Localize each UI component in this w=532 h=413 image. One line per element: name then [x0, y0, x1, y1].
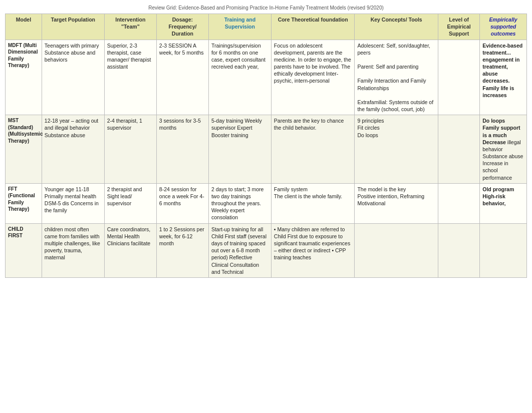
- header-intervention: Intervention "Team": [104, 14, 156, 40]
- cell-training: Start-up training for all Child First st…: [208, 223, 271, 277]
- cell-intervention: 2-4 therapist, 1 supervisor: [104, 115, 156, 184]
- cell-target: Younger age 11-18 Primally mental health…: [42, 183, 104, 223]
- cell-dosage: 8-24 session for once a week For 4-6 mon…: [156, 183, 208, 223]
- cell-target: Teenagers with primary Substance abuse a…: [42, 40, 104, 115]
- main-table: Model Target Population Intervention "Te…: [5, 14, 527, 278]
- cell-core: Parents are the key to chance the child …: [271, 115, 355, 184]
- cell-training: Trainings/supervision for 6 months on on…: [208, 40, 271, 115]
- cell-level: [438, 40, 479, 115]
- cell-dosage: 1 to 2 Sessions per week, for 6-12 month: [156, 223, 208, 277]
- cell-level: [438, 223, 479, 277]
- cell-core: Family systemThe client is the whole fam…: [271, 183, 355, 223]
- header-training: Training and Supervision: [208, 14, 271, 40]
- cell-empirical: Old programHigh-risk behavior,: [480, 183, 527, 223]
- cell-empirical: Do loopsFamily support is a muchDecrease…: [480, 115, 527, 184]
- header-core: Core Theoretical foundation: [271, 14, 355, 40]
- review-title: Review Grid: Evidence-Based and Promisin…: [5, 5, 527, 11]
- cell-training: 2 days to start; 3 more two day training…: [208, 183, 271, 223]
- cell-level: [438, 183, 479, 223]
- cell-key: 9 principlesFit circlesDo loops: [355, 115, 438, 184]
- cell-intervention: Care coordinators, Mental Health Clinici…: [104, 223, 156, 277]
- cell-empirical: [480, 223, 527, 277]
- cell-key: [355, 223, 438, 277]
- cell-target: children most often came from families w…: [42, 223, 104, 277]
- cell-intervention: 2 therapist and Sight lead/ supervisor: [104, 183, 156, 223]
- cell-dosage: 2-3 SESSION A week, for 5 months: [156, 40, 208, 115]
- cell-model: MST (Standard) (Multisystemic Therapy): [6, 115, 42, 184]
- header-target: Target Population: [42, 14, 104, 40]
- cell-model: CHILD FIRST: [6, 223, 42, 277]
- cell-key: Adolescent: Self, son/daughter, peersPar…: [355, 40, 438, 115]
- cell-model: FFT (Functional Family Therapy): [6, 183, 42, 223]
- cell-empirical: Evidence-based treatment...engagement in…: [480, 40, 527, 115]
- cell-core: • Many children are referred to Child Fi…: [271, 223, 355, 277]
- table-row: MST (Standard) (Multisystemic Therapy)12…: [6, 115, 527, 184]
- header-model: Model: [6, 14, 42, 40]
- table-row: CHILD FIRSTchildren most often came from…: [6, 223, 527, 277]
- table-row: MDFT (Multi Dimensional Family Therapy)T…: [6, 40, 527, 115]
- cell-target: 12-18 year – acting out and illegal beha…: [42, 115, 104, 184]
- header-dosage: Dosage: Frequency/ Duration: [156, 14, 208, 40]
- header-empirical: Empirically supported outcomes: [480, 14, 527, 40]
- cell-training: 5-day training Weekly supervisor Expert …: [208, 115, 271, 184]
- header-level: Level of Empirical Support: [438, 14, 479, 40]
- cell-model: MDFT (Multi Dimensional Family Therapy): [6, 40, 42, 115]
- table-row: FFT (Functional Family Therapy)Younger a…: [6, 183, 527, 223]
- cell-core: Focus on adolescent development, parents…: [271, 40, 355, 115]
- page: Review Grid: Evidence-Based and Promisin…: [0, 0, 532, 413]
- header-key: Key Concepts/ Tools: [355, 14, 438, 40]
- cell-dosage: 3 sessions for 3-5 months: [156, 115, 208, 184]
- cell-key: The model is the keyPositive intention, …: [355, 183, 438, 223]
- cell-intervention: Superior, 2-3 therapist, case manager/ t…: [104, 40, 156, 115]
- cell-level: [438, 115, 479, 184]
